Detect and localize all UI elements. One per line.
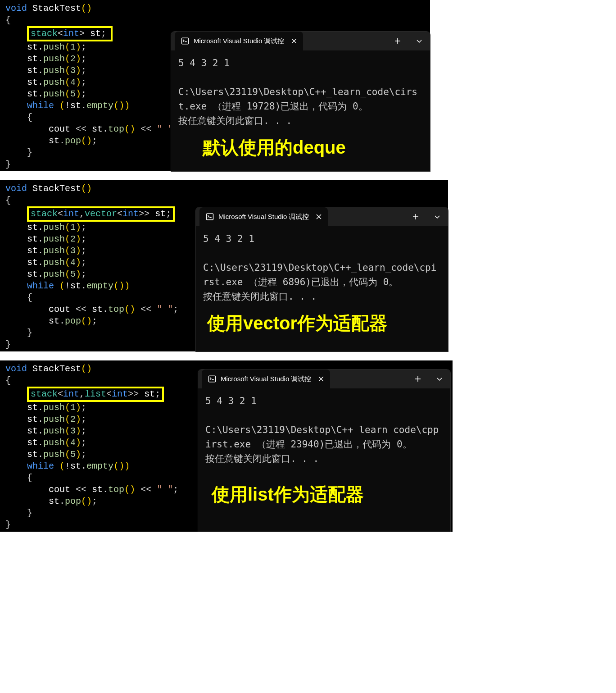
close-icon[interactable] <box>291 38 297 44</box>
tab-title: Microsoft Visual Studio 调试控 <box>218 213 309 221</box>
tab-dropdown-button[interactable] <box>429 369 450 388</box>
terminal-icon <box>181 37 189 45</box>
svg-rect-1 <box>207 214 213 220</box>
new-tab-button[interactable] <box>387 32 408 50</box>
tab-title: Microsoft Visual Studio 调试控 <box>194 37 284 46</box>
terminal-icon <box>208 375 216 383</box>
close-icon[interactable] <box>318 376 324 382</box>
console-output: 5 4 3 2 1 C:\Users\23119\Desktop\C++_lea… <box>196 226 448 309</box>
console-output: 5 4 3 2 1 C:\Users\23119\Desktop\C++_lea… <box>171 50 430 133</box>
annotation-text: 使用list作为适配器 <box>212 482 364 507</box>
tab-title: Microsoft Visual Studio 调试控 <box>221 375 311 383</box>
new-tab-button[interactable] <box>407 369 429 388</box>
console-output: 5 4 3 2 1 C:\Users\23119\Desktop\C++_lea… <box>198 388 450 471</box>
console-tab[interactable]: Microsoft Visual Studio 调试控 <box>199 207 328 226</box>
annotation-text: 默认使用的deque <box>203 135 346 160</box>
close-icon[interactable] <box>316 214 322 219</box>
console-tabbar: Microsoft Visual Studio 调试控 <box>171 32 430 50</box>
console-window: Microsoft Visual Studio 调试控 5 4 3 2 1 C:… <box>198 369 450 532</box>
terminal-icon <box>206 213 214 221</box>
console-tabbar: Microsoft Visual Studio 调试控 <box>198 369 450 388</box>
panel-0: void StackTest(){ stack<int> st; st.push… <box>0 0 616 171</box>
panel-2: void StackTest(){ stack<int,list<int>> s… <box>0 360 616 532</box>
annotation-text: 使用vector作为适配器 <box>207 311 387 336</box>
panel-1: void StackTest(){ stack<int,vector<int>>… <box>0 180 616 351</box>
tab-dropdown-button[interactable] <box>408 32 430 50</box>
new-tab-button[interactable] <box>405 207 426 226</box>
svg-rect-2 <box>209 376 216 382</box>
svg-rect-0 <box>182 38 189 44</box>
console-tabbar: Microsoft Visual Studio 调试控 <box>196 207 448 226</box>
console-tab[interactable]: Microsoft Visual Studio 调试控 <box>202 369 330 388</box>
console-tab[interactable]: Microsoft Visual Studio 调试控 <box>175 32 303 50</box>
tab-dropdown-button[interactable] <box>426 207 448 226</box>
